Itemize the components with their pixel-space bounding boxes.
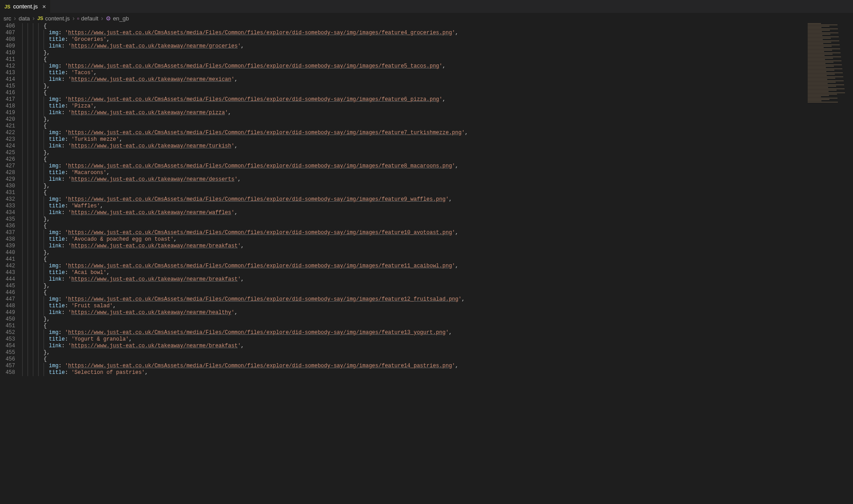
code-line[interactable]: img: 'https://www.just-eat.co.uk/CmsAsse… xyxy=(22,230,804,236)
editor: 4064074084094104114124134144154164174184… xyxy=(0,23,853,504)
code-line[interactable]: }, xyxy=(22,116,804,123)
code-line[interactable]: { xyxy=(22,23,804,30)
code-line[interactable]: title: 'Avocado & poached egg on toast', xyxy=(22,236,804,243)
breadcrumb[interactable]: src › data › JS content.js › ▫ default ›… xyxy=(0,13,853,23)
chevron-right-icon: › xyxy=(101,15,103,22)
code-line[interactable]: }, xyxy=(22,50,804,56)
close-icon[interactable]: × xyxy=(42,3,46,10)
line-number: 446 xyxy=(0,290,15,296)
code-line[interactable]: link: 'https://www.just-eat.co.uk/takeaw… xyxy=(22,110,804,116)
line-number: 437 xyxy=(0,230,15,236)
line-number: 425 xyxy=(0,150,15,156)
code-line[interactable]: title: 'Yogurt & granola', xyxy=(22,336,804,343)
js-file-icon: JS xyxy=(4,4,10,9)
breadcrumb-item[interactable]: src xyxy=(4,15,11,22)
code-line[interactable]: { xyxy=(22,56,804,63)
tabs-bar: JS content.js × xyxy=(0,0,853,13)
code-line[interactable]: link: 'https://www.just-eat.co.uk/takeaw… xyxy=(22,343,804,349)
symbol-method-icon: ⚙ xyxy=(106,15,111,22)
line-number: 423 xyxy=(0,136,15,143)
line-number: 447 xyxy=(0,296,15,303)
code-line[interactable]: title: 'Waffles', xyxy=(22,203,804,210)
code-line[interactable]: link: 'https://www.just-eat.co.uk/takeaw… xyxy=(22,76,804,83)
code-line[interactable]: }, xyxy=(22,216,804,223)
code-line[interactable]: title: 'Acai bowl', xyxy=(22,270,804,276)
code-line[interactable]: img: 'https://www.just-eat.co.uk/CmsAsse… xyxy=(22,329,804,336)
line-number: 449 xyxy=(0,310,15,316)
breadcrumb-item[interactable]: content.js xyxy=(45,15,70,22)
line-number: 432 xyxy=(0,196,15,203)
code-line[interactable]: }, xyxy=(22,316,804,323)
code-line[interactable]: img: 'https://www.just-eat.co.uk/CmsAsse… xyxy=(22,196,804,203)
breadcrumb-item[interactable]: en_gb xyxy=(113,15,129,22)
code-line[interactable]: img: 'https://www.just-eat.co.uk/CmsAsse… xyxy=(22,30,804,36)
code-line[interactable]: link: 'https://www.just-eat.co.uk/takeaw… xyxy=(22,276,804,283)
code-line[interactable]: title: 'Pizza', xyxy=(22,103,804,110)
line-number: 412 xyxy=(0,63,15,70)
line-number: 433 xyxy=(0,203,15,210)
code-line[interactable]: img: 'https://www.just-eat.co.uk/CmsAsse… xyxy=(22,296,804,303)
code-line[interactable]: { xyxy=(22,323,804,329)
symbol-variable-icon: ▫ xyxy=(77,15,80,22)
tab-content-js[interactable]: JS content.js × xyxy=(0,0,51,13)
line-number: 424 xyxy=(0,143,15,150)
code-line[interactable]: link: 'https://www.just-eat.co.uk/takeaw… xyxy=(22,210,804,216)
code-line[interactable]: }, xyxy=(22,250,804,256)
code-line[interactable]: { xyxy=(22,90,804,96)
code-line[interactable]: link: 'https://www.just-eat.co.uk/takeaw… xyxy=(22,243,804,250)
line-number: 417 xyxy=(0,96,15,103)
code-area[interactable]: {img: 'https://www.just-eat.co.uk/CmsAss… xyxy=(22,23,804,504)
code-line[interactable]: title: 'Selection of pastries', xyxy=(22,369,804,376)
code-line[interactable]: { xyxy=(22,356,804,363)
code-line[interactable]: { xyxy=(22,256,804,263)
code-line[interactable]: img: 'https://www.just-eat.co.uk/CmsAsse… xyxy=(22,263,804,270)
line-number: 442 xyxy=(0,263,15,270)
code-line[interactable]: }, xyxy=(22,283,804,290)
minimap[interactable] xyxy=(804,23,853,504)
line-number: 422 xyxy=(0,130,15,136)
line-number: 434 xyxy=(0,210,15,216)
code-line[interactable]: img: 'https://www.just-eat.co.uk/CmsAsse… xyxy=(22,363,804,369)
code-line[interactable]: link: 'https://www.just-eat.co.uk/takeaw… xyxy=(22,176,804,183)
line-number: 428 xyxy=(0,170,15,176)
line-number: 418 xyxy=(0,103,15,110)
code-line[interactable]: link: 'https://www.just-eat.co.uk/takeaw… xyxy=(22,43,804,50)
code-line[interactable]: link: 'https://www.just-eat.co.uk/takeaw… xyxy=(22,310,804,316)
code-line[interactable]: { xyxy=(22,290,804,296)
line-number: 451 xyxy=(0,323,15,329)
line-number: 444 xyxy=(0,276,15,283)
code-line[interactable]: }, xyxy=(22,349,804,356)
code-line[interactable]: { xyxy=(22,223,804,230)
chevron-right-icon: › xyxy=(32,15,35,22)
code-line[interactable]: }, xyxy=(22,150,804,156)
code-line[interactable]: { xyxy=(22,123,804,130)
code-line[interactable]: link: 'https://www.just-eat.co.uk/takeaw… xyxy=(22,143,804,150)
code-line[interactable]: img: 'https://www.just-eat.co.uk/CmsAsse… xyxy=(22,63,804,70)
code-line[interactable]: title: 'Tacos', xyxy=(22,70,804,76)
tab-filename: content.js xyxy=(13,3,38,10)
line-number: 445 xyxy=(0,283,15,290)
code-line[interactable]: }, xyxy=(22,83,804,90)
code-line[interactable]: img: 'https://www.just-eat.co.uk/CmsAsse… xyxy=(22,130,804,136)
code-line[interactable]: { xyxy=(22,156,804,163)
line-number: 411 xyxy=(0,56,15,63)
line-number: 440 xyxy=(0,250,15,256)
line-number: 439 xyxy=(0,243,15,250)
line-number: 408 xyxy=(0,36,15,43)
breadcrumb-item[interactable]: data xyxy=(19,15,30,22)
code-line[interactable]: title: 'Fruit salad', xyxy=(22,303,804,310)
code-line[interactable]: { xyxy=(22,190,804,196)
code-line[interactable]: img: 'https://www.just-eat.co.uk/CmsAsse… xyxy=(22,96,804,103)
line-number: 452 xyxy=(0,329,15,336)
line-number: 409 xyxy=(0,43,15,50)
code-line[interactable]: title: 'Turkish mezze', xyxy=(22,136,804,143)
code-line[interactable]: title: 'Groceries', xyxy=(22,36,804,43)
code-line[interactable]: title: 'Macaroons', xyxy=(22,170,804,176)
code-line[interactable]: img: 'https://www.just-eat.co.uk/CmsAsse… xyxy=(22,163,804,170)
line-number: 410 xyxy=(0,50,15,56)
code-line[interactable]: }, xyxy=(22,183,804,190)
line-number: 421 xyxy=(0,123,15,130)
chevron-right-icon: › xyxy=(14,15,16,22)
chevron-right-icon: › xyxy=(72,15,75,22)
breadcrumb-item[interactable]: default xyxy=(81,15,98,22)
